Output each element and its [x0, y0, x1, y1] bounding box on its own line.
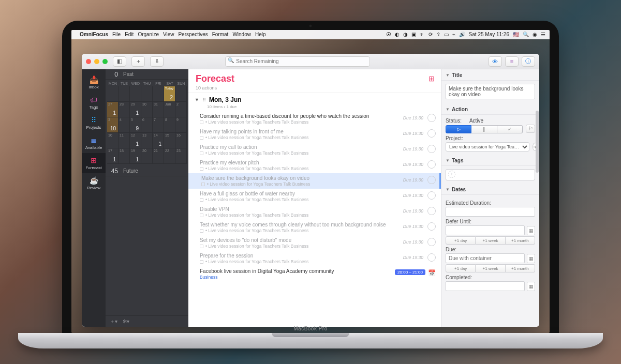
cal-day[interactable]: 271	[107, 102, 119, 117]
defer-plus-1month[interactable]: +1 month	[506, 236, 535, 245]
view-button[interactable]: 👁	[489, 56, 502, 67]
cal-day[interactable]	[141, 86, 153, 102]
complete-checkbox[interactable]	[427, 176, 436, 184]
cal-day[interactable]	[153, 86, 164, 102]
cal-day[interactable]: 28	[119, 102, 130, 117]
cal-day[interactable]: 30	[141, 102, 153, 117]
cal-day[interactable]: 310	[107, 117, 119, 133]
battery-icon[interactable]: ⌁	[452, 30, 455, 39]
cal-past[interactable]: 0Past	[106, 69, 188, 80]
cal-day[interactable]: 22	[164, 148, 175, 164]
cal-day[interactable]: 9	[175, 117, 187, 133]
airplay-icon[interactable]: ▭	[444, 30, 449, 39]
defer-plus-1day[interactable]: +1 day	[446, 236, 476, 245]
cal-day[interactable]: 13	[141, 133, 153, 148]
cal-day[interactable]: 191	[130, 148, 141, 164]
task-row[interactable]: Practice my call to action• Live video s…	[188, 142, 441, 158]
new-action-button[interactable]: ＋	[131, 56, 145, 67]
calendar-icon[interactable]: ▦	[527, 226, 535, 235]
complete-checkbox[interactable]	[427, 222, 436, 231]
calendar-event-row[interactable]: Facebook live session in Digital Yoga Ac…	[188, 266, 441, 282]
cal-day[interactable]: 23	[175, 148, 187, 164]
complete-checkbox[interactable]	[427, 253, 436, 262]
wifi-icon[interactable]: ᯤ	[420, 30, 425, 39]
status-icon[interactable]: ◑	[403, 30, 408, 39]
cal-day[interactable]	[107, 86, 119, 102]
menu-organize[interactable]: Organize	[138, 30, 159, 39]
notifications-icon[interactable]: ☰	[541, 30, 545, 39]
sidebar-item-available[interactable]: ≣Available	[82, 133, 106, 153]
complete-checkbox[interactable]	[427, 145, 436, 153]
search-input[interactable]	[225, 56, 370, 67]
task-row[interactable]: Set my devices to "do not disturb" mode•…	[188, 235, 441, 251]
due-plus-1week[interactable]: +1 week	[476, 264, 505, 272]
cal-day[interactable]: Jun	[164, 102, 175, 117]
menu-format[interactable]: Format	[212, 30, 229, 39]
defer-plus-1week[interactable]: +1 week	[476, 236, 505, 245]
menu-help[interactable]: Help	[255, 30, 266, 39]
menu-edit[interactable]: Edit	[125, 30, 134, 39]
status-done[interactable]: ✓	[497, 125, 523, 133]
cal-future[interactable]: 45Future	[106, 166, 188, 176]
task-row[interactable]: Disable VPN• Live video session for Yoga…	[188, 204, 441, 220]
complete-checkbox[interactable]	[427, 114, 436, 122]
cal-day[interactable]: 31	[153, 102, 164, 117]
due-plus-1day[interactable]: +1 day	[446, 264, 476, 272]
title-field[interactable]: Make sure the background looks okay on v…	[446, 84, 535, 99]
status-icon[interactable]: ▣	[411, 30, 416, 39]
calendar-icon[interactable]: ▦	[527, 282, 535, 291]
cal-day[interactable]: Today2	[164, 86, 175, 102]
status-icon[interactable]: ⦿	[386, 30, 391, 39]
status-icon[interactable]: ◐	[395, 30, 400, 39]
cal-day[interactable]: 59	[130, 117, 141, 133]
complete-checkbox[interactable]	[427, 191, 436, 200]
app-name[interactable]: OmniFocus	[80, 30, 108, 39]
add-button[interactable]: ＋▾	[110, 318, 117, 325]
cal-day[interactable]: 11	[119, 133, 130, 148]
project-select[interactable]: Live video session for Yoga Tea…	[446, 142, 529, 151]
cal-day[interactable]: 15	[164, 133, 175, 148]
spotlight-icon[interactable]: 🔍	[523, 30, 529, 39]
sidebar-toggle-button[interactable]: ◧	[113, 56, 126, 67]
cal-day[interactable]: 291	[130, 102, 141, 117]
cal-day[interactable]: 21	[153, 148, 164, 164]
completed-field[interactable]	[446, 281, 525, 291]
due-plus-1month[interactable]: +1 month	[506, 264, 535, 272]
calendar-icon[interactable]: ▦	[527, 254, 535, 263]
task-row[interactable]: Have a full glass or bottle of water nea…	[188, 189, 441, 204]
cal-day[interactable]: 10	[107, 133, 119, 148]
menu-window[interactable]: Window	[232, 30, 251, 39]
flag-button[interactable]: ⚐	[526, 125, 535, 133]
cal-day[interactable]: 8	[164, 117, 175, 133]
task-row[interactable]: Test whether my voice comes through clea…	[188, 220, 441, 235]
menu-file[interactable]: File	[112, 30, 121, 39]
cal-day[interactable]: 141	[153, 133, 164, 148]
estimated-field[interactable]	[446, 207, 535, 217]
perspectives-button[interactable]: ≡	[505, 56, 519, 67]
inspector-tags-header[interactable]: ▼Tags	[441, 155, 539, 166]
minimize-button[interactable]	[94, 59, 99, 64]
inspector-dates-header[interactable]: ▼Dates	[441, 184, 539, 195]
cal-day[interactable]	[175, 86, 187, 102]
due-field[interactable]	[446, 253, 525, 263]
cal-day[interactable]: 2	[175, 102, 187, 117]
quick-entry-button[interactable]: ⇩	[150, 56, 164, 67]
sidebar-item-projects[interactable]: ⠿Projects	[82, 113, 106, 133]
task-row[interactable]: Make sure the background looks okay on v…	[188, 173, 441, 189]
task-row[interactable]: Have my talking points in front of me• L…	[188, 127, 441, 142]
cal-day[interactable]: 171	[107, 148, 119, 164]
task-row[interactable]: Practice my elevator pitch• Live video s…	[188, 158, 441, 173]
zoom-button[interactable]	[102, 59, 108, 64]
scrollbar[interactable]	[536, 111, 539, 173]
flag-icon[interactable]: 🇺🇸	[513, 30, 519, 39]
status-icon[interactable]: ⟳	[428, 30, 433, 39]
status-onhold[interactable]: ‖	[471, 125, 497, 133]
cal-day[interactable]: 121	[130, 133, 141, 148]
sidebar-item-tags[interactable]: 🏷Tags	[82, 93, 106, 113]
defer-field[interactable]	[446, 225, 525, 235]
complete-checkbox[interactable]	[427, 160, 436, 169]
cal-day[interactable]: 4	[119, 117, 130, 133]
task-row[interactable]: Consider running a time-based discount f…	[188, 111, 441, 127]
status-icon[interactable]: ⇪	[436, 30, 440, 39]
cal-day[interactable]: 20	[141, 148, 153, 164]
